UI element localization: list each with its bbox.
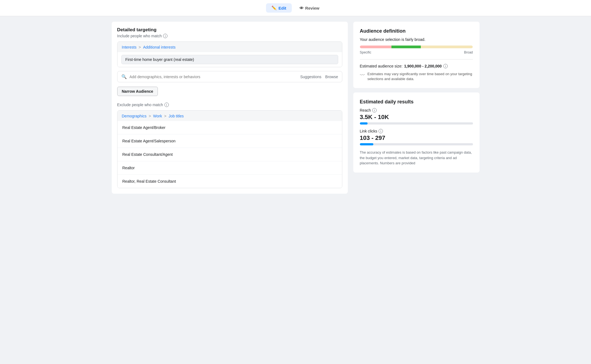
reach-bar-fill <box>360 122 368 125</box>
interests-breadcrumb[interactable]: Interests <box>122 45 137 49</box>
exclude-info-icon[interactable]: i <box>164 103 169 107</box>
exclude-people-label: Exclude people who match <box>117 103 163 107</box>
breadcrumb-sep-2: > <box>149 114 152 118</box>
review-label: Review <box>305 6 320 10</box>
search-actions: Suggestions Browse <box>300 75 338 79</box>
audience-meter <box>360 46 473 48</box>
additional-interests-breadcrumb[interactable]: Additional interests <box>143 45 175 49</box>
est-size-value: 1,900,000 - 2,200,000 <box>404 64 442 68</box>
include-breadcrumb-row: Interests > Additional interests <box>117 42 342 52</box>
exclude-list-container: Real Estate Agent/BrokerReal Estate Agen… <box>117 121 342 188</box>
narrow-audience-label: Narrow Audience <box>122 89 153 94</box>
reach-info-icon[interactable]: i <box>372 108 377 112</box>
search-row[interactable]: 🔍 Suggestions Browse <box>117 71 342 82</box>
meter-green-segment <box>391 46 421 48</box>
link-clicks-bar-track <box>360 143 473 145</box>
left-panel: Detailed targeting Include people who ma… <box>112 22 348 194</box>
include-label-row: Include people who match i <box>117 34 342 38</box>
specific-label: Specific <box>360 50 371 54</box>
list-item[interactable]: Real Estate Agent/Salesperson <box>117 134 342 148</box>
pencil-icon: ✏️ <box>271 5 277 10</box>
divider-1 <box>360 59 473 60</box>
breadcrumb-sep-3: > <box>164 114 167 118</box>
search-input[interactable] <box>130 75 298 79</box>
reach-bar-track <box>360 122 473 125</box>
est-note-text: Estimates may vary significantly over ti… <box>368 72 473 81</box>
work-breadcrumb[interactable]: Work <box>153 114 162 118</box>
edit-tab[interactable]: ✏️ Edit <box>266 3 292 13</box>
demographics-breadcrumb[interactable]: Demographics <box>122 114 147 118</box>
include-people-label: Include people who match <box>117 34 162 38</box>
reach-value: 3.5K - 10K <box>360 114 473 121</box>
exclude-breadcrumb-row: Demographics > Work > Job titles <box>117 111 342 121</box>
list-item[interactable]: Real Estate Agent/Broker <box>117 121 342 134</box>
meter-red-segment <box>360 46 391 48</box>
detailed-targeting-title: Detailed targeting <box>117 27 342 33</box>
list-item[interactable]: Real Estate Consultant/Agent <box>117 148 342 161</box>
meter-labels-row: Specific Broad <box>360 50 473 54</box>
trend-icon: 〰 <box>360 72 365 79</box>
main-content: Detailed targeting Include people who ma… <box>106 22 485 202</box>
job-titles-breadcrumb[interactable]: Job titles <box>169 114 184 118</box>
est-note-row: 〰 Estimates may vary significantly over … <box>360 72 473 81</box>
link-clicks-value: 103 - 297 <box>360 134 473 142</box>
include-tag-text: First-time home buyer grant (real estate… <box>125 57 194 62</box>
audience-definition-card: Audience definition Your audience select… <box>353 22 480 88</box>
review-tab[interactable]: 👁 Review <box>294 4 325 13</box>
list-item[interactable]: Realtor <box>117 161 342 175</box>
est-size-row: Estimated audience size: 1,900,000 - 2,2… <box>360 64 473 68</box>
eye-icon: 👁 <box>299 6 304 10</box>
daily-results-card: Estimated daily results Reach i 3.5K - 1… <box>353 92 480 173</box>
est-size-prefix: Estimated audience size: <box>360 64 403 68</box>
link-clicks-row: Link clicks i 103 - 297 <box>360 129 473 145</box>
audience-description: Your audience selection is fairly broad. <box>360 37 473 42</box>
suggestions-link[interactable]: Suggestions <box>300 75 321 79</box>
audience-card-title: Audience definition <box>360 28 473 34</box>
meter-yellow-segment <box>421 46 473 48</box>
exclude-label-row: Exclude people who match i <box>117 103 342 107</box>
narrow-audience-button[interactable]: Narrow Audience <box>117 87 158 96</box>
search-icon: 🔍 <box>121 74 127 79</box>
link-clicks-label-row: Link clicks i <box>360 129 473 133</box>
link-clicks-label: Link clicks <box>360 129 377 133</box>
right-panel: Audience definition Your audience select… <box>353 22 480 194</box>
include-tag-item: First-time home buyer grant (real estate… <box>121 55 338 64</box>
include-info-icon[interactable]: i <box>163 34 167 38</box>
reach-label: Reach <box>360 108 371 112</box>
include-targeting-box: Interests > Additional interests First-t… <box>117 41 342 67</box>
reach-label-row: Reach i <box>360 108 473 112</box>
broad-label: Broad <box>464 50 473 54</box>
accuracy-note: The accuracy of estimates is based on fa… <box>360 150 473 166</box>
edit-label: Edit <box>278 6 286 10</box>
top-nav: ✏️ Edit 👁 Review <box>0 0 591 16</box>
reach-row: Reach i 3.5K - 10K <box>360 108 473 125</box>
link-clicks-info-icon[interactable]: i <box>379 129 383 133</box>
est-size-info-icon[interactable]: i <box>443 64 448 68</box>
browse-link[interactable]: Browse <box>325 75 338 79</box>
breadcrumb-sep-1: > <box>139 45 142 49</box>
exclude-targeting-box: Demographics > Work > Job titles Real Es… <box>117 110 342 188</box>
link-clicks-bar-fill <box>360 143 373 145</box>
include-tag-row: First-time home buyer grant (real estate… <box>117 52 342 67</box>
daily-results-title: Estimated daily results <box>360 99 473 105</box>
list-item[interactable]: Realtor, Real Estate Consultant <box>117 175 342 188</box>
